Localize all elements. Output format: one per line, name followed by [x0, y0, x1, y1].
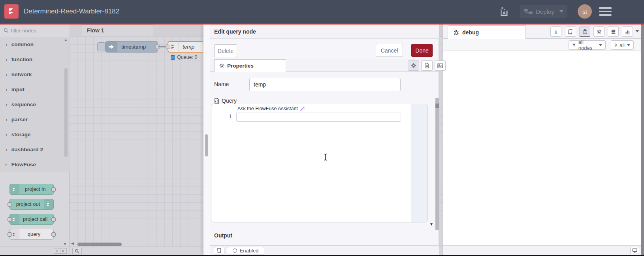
search-icon [75, 249, 79, 254]
chevron-right-icon: › [6, 132, 8, 138]
debug-footer [443, 245, 641, 255]
deploy-button[interactable]: Deploy [520, 5, 567, 18]
expand-all-button[interactable]: » [60, 248, 67, 254]
image-icon [437, 63, 443, 68]
node-red-editor: Determined-Reed-Warbler-8182 AI Deploy s… [0, 0, 644, 256]
tray-footer: Enabled [210, 245, 439, 255]
info-sidebar-button[interactable]: i [550, 26, 561, 37]
user-avatar[interactable]: st [578, 4, 592, 19]
clear-all-button[interactable]: all [611, 40, 634, 50]
input-port[interactable] [8, 232, 12, 237]
line-number: 1 [211, 113, 232, 119]
settings-tab-button[interactable] [408, 60, 419, 71]
output-port[interactable] [51, 187, 56, 192]
chevron-right-icon: › [6, 102, 8, 108]
palette-scrollbar[interactable] [64, 68, 68, 157]
debug-sidebar-button[interactable] [579, 26, 590, 37]
canvas-horizontal-scrollbar[interactable] [77, 243, 122, 246]
open-debug-window-button[interactable] [630, 247, 639, 254]
query-section-label: Query [214, 98, 237, 104]
ai-assistant-button[interactable]: AI [497, 5, 511, 18]
collapse-all-button[interactable]: « [54, 248, 60, 254]
node-status: Queue: 0 [171, 55, 197, 60]
appearance-tab-button[interactable] [435, 60, 446, 71]
deploy-caret-icon[interactable] [559, 10, 563, 13]
palette-node-project-out[interactable]: project out [9, 199, 54, 210]
output-section-label: Output [214, 232, 232, 239]
main-menu-icon[interactable] [599, 7, 612, 16]
input-port[interactable] [8, 217, 12, 222]
tray-scrollbar[interactable] [435, 98, 439, 230]
palette-category-storage[interactable]: ›storage [0, 127, 70, 142]
palette-category-common[interactable]: ›common [0, 37, 70, 52]
palette-category-network[interactable]: ›network [0, 67, 70, 82]
description-tab-button[interactable] [421, 60, 433, 71]
sidebar-tab-strip: debug i [443, 24, 641, 39]
chevron-right-icon: › [6, 147, 8, 153]
palette-node-project-call[interactable]: project call [9, 214, 54, 225]
search-icon [4, 28, 9, 33]
debug-filter-row: all nodes all [443, 39, 641, 51]
debug-messages-panel[interactable] [443, 51, 641, 245]
canvas-scroll-left-icon[interactable]: ◀ [71, 241, 74, 245]
node-timestamp[interactable]: timestamp [105, 41, 158, 53]
chevron-down-icon: › [3, 164, 9, 166]
tab-properties[interactable]: Properties [214, 59, 286, 72]
tray-tab-row: Properties [210, 59, 439, 72]
delete-button[interactable]: Delete [214, 44, 237, 57]
scroll-down-icon[interactable]: ▼ [429, 222, 433, 226]
editor-minimap[interactable] [411, 104, 427, 222]
palette-category-sequence[interactable]: ›sequence [0, 97, 70, 112]
editor-line-1[interactable] [236, 113, 401, 122]
tray-resize-handle[interactable] [203, 24, 210, 255]
gear-icon [411, 63, 416, 68]
config-nodes-button[interactable] [593, 26, 604, 37]
input-port[interactable] [8, 202, 12, 207]
help-sidebar-button[interactable] [565, 26, 576, 37]
metrics-chart-button[interactable] [622, 26, 633, 37]
query-code-editor[interactable]: Ask the FlowFuse Assistant 1 [211, 104, 427, 222]
input-port[interactable] [166, 45, 170, 49]
flowfuse-logo-icon [4, 4, 19, 19]
inject-arrow-icon [105, 41, 117, 52]
palette-category-function[interactable]: ›function [0, 52, 70, 67]
output-port[interactable] [51, 232, 56, 237]
window-scrollbar-strip[interactable] [641, 24, 644, 255]
palette-search[interactable] [0, 24, 70, 37]
zoom-search-button[interactable] [72, 248, 82, 254]
enabled-radio-icon [233, 248, 237, 253]
context-data-button[interactable] [608, 26, 619, 37]
palette-category-input[interactable]: ›input [0, 82, 70, 97]
done-button[interactable]: Done [411, 44, 433, 57]
node-enabled-toggle[interactable]: Enabled [227, 247, 264, 254]
palette-category-flowfuse[interactable]: ›FlowFuse [0, 157, 70, 172]
palette-scroll-up-icon[interactable]: ▲ [64, 38, 68, 42]
palette-node-query[interactable]: query [9, 229, 54, 240]
inject-trigger-button[interactable] [97, 42, 105, 51]
output-port[interactable] [51, 217, 56, 222]
canvas-vertical-scrollbar[interactable] [205, 134, 208, 156]
instance-title: Determined-Reed-Warbler-8182 [24, 0, 119, 23]
tab-debug[interactable]: debug [448, 25, 526, 39]
name-field[interactable] [249, 78, 401, 91]
node-help-button[interactable] [214, 247, 224, 254]
filter-all-nodes-button[interactable]: all nodes [569, 40, 606, 50]
debug-sidebar: debug i all nodes [443, 24, 641, 255]
svg-text:AI: AI [503, 11, 507, 15]
caret-down-icon [599, 44, 602, 46]
text-cursor-pointer [323, 153, 328, 162]
palette-node-project-in[interactable]: project in [9, 184, 54, 195]
palette-category-parser[interactable]: ›parser [0, 112, 70, 127]
cancel-button[interactable]: Cancel [376, 44, 403, 57]
chevron-right-icon: › [6, 41, 8, 48]
node-palette: ›common ›function ›network ›input ›seque… [0, 24, 70, 255]
filter-nodes-input[interactable] [11, 28, 55, 34]
tab-flow1[interactable]: Flow 1 [81, 24, 153, 36]
bar-chart-icon [625, 29, 630, 34]
assistant-placeholder[interactable]: Ask the FlowFuse Assistant [237, 106, 305, 111]
palette-category-dashboard2[interactable]: ›dashboard 2 [0, 142, 70, 157]
bug-icon [454, 30, 459, 35]
palette-scroll-down-icon[interactable]: ▼ [63, 242, 67, 246]
sidebar-options-caret-icon[interactable] [635, 30, 639, 32]
chevron-right-icon: › [6, 56, 8, 63]
